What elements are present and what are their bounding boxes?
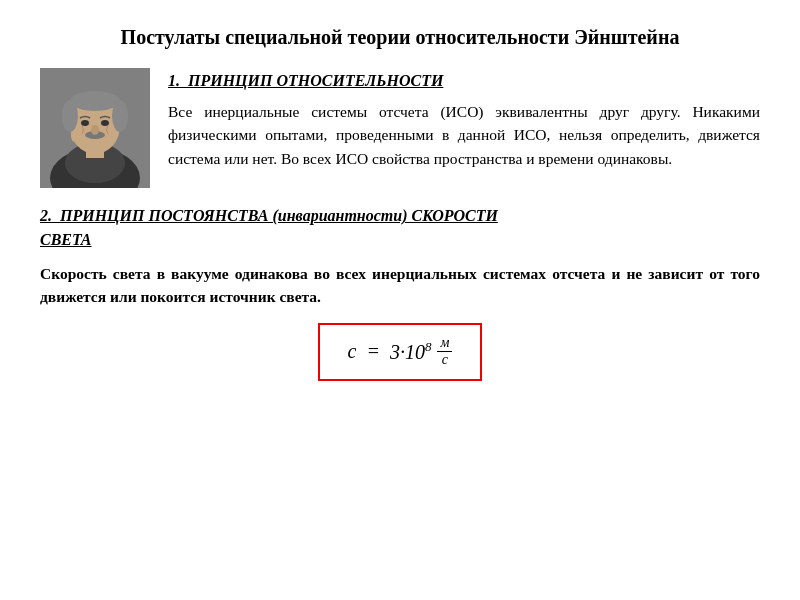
formula-exp: 8 [425, 339, 432, 354]
section1: 1. ПРИНЦИП ОТНОСИТЕЛЬНОСТИ Все инерциаль… [40, 68, 760, 188]
formula-c: c [348, 340, 357, 363]
formula-fraction: м с [437, 335, 452, 370]
principle2-title: 2. ПРИНЦИП ПОСТОЯНСТВА (инвариантности) … [40, 204, 760, 252]
principle1-title-text: ПРИНЦИП ОТНОСИТЕЛЬНОСТИ [188, 72, 443, 89]
page: Постулаты специальной теории относительн… [0, 0, 800, 600]
principle1-title: 1. ПРИНЦИП ОТНОСИТЕЛЬНОСТИ [168, 72, 760, 90]
svg-point-13 [71, 130, 79, 142]
svg-point-11 [101, 120, 109, 126]
principle1-num: 1. [168, 72, 180, 89]
formula-box: c = 3·108 м с [318, 323, 483, 382]
svg-point-8 [112, 100, 128, 132]
principle2-num: 2. [40, 207, 52, 224]
einstein-photo [40, 68, 150, 188]
section2-body: Скорость света в вакууме одинакова во вс… [40, 262, 760, 309]
svg-point-10 [81, 120, 89, 126]
formula-unit-den: с [439, 352, 451, 369]
page-title: Постулаты специальной теории относительн… [40, 24, 760, 50]
svg-point-12 [91, 125, 99, 135]
principle2-title-cont: СВЕТА [40, 231, 91, 248]
formula-coeff: 3·108 [390, 339, 432, 364]
formula-unit-num: м [437, 335, 452, 353]
section1-text: 1. ПРИНЦИП ОТНОСИТЕЛЬНОСТИ Все инерциаль… [168, 68, 760, 188]
section2: 2. ПРИНЦИП ПОСТОЯНСТВА (инвариантности) … [40, 204, 760, 381]
formula-equals: = [366, 340, 380, 363]
section1-body: Все инерциальные системы отсчета (ИСО) э… [168, 100, 760, 170]
formula-container: c = 3·108 м с [40, 323, 760, 382]
svg-point-7 [62, 100, 78, 132]
principle2-title-main: ПРИНЦИП ПОСТОЯНСТВА (инвариантности) СКО… [60, 207, 498, 224]
svg-point-6 [70, 91, 120, 111]
